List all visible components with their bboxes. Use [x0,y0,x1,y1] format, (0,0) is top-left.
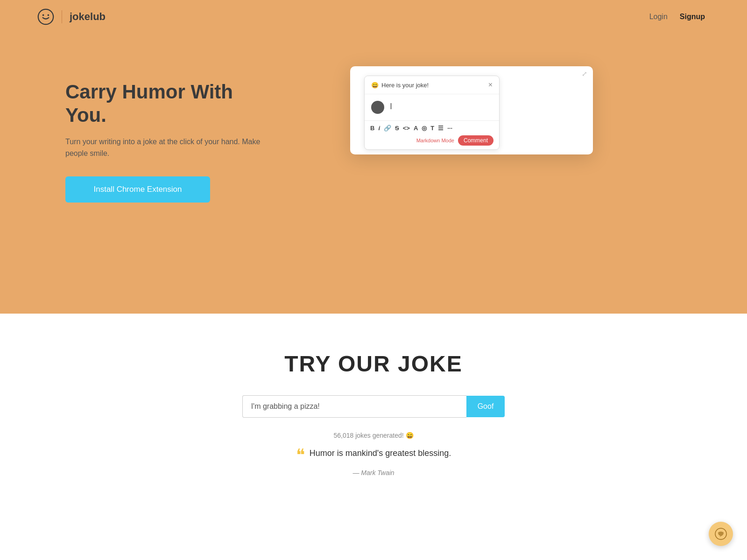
quote-text: Humor is mankind's greatest blessing. [310,448,451,458]
comment-button[interactable]: Comment [458,135,493,146]
popup-close-icon[interactable]: × [488,81,493,89]
login-link[interactable]: Login [645,10,672,24]
mockup-inner: 😄 Here is your joke! × I B i 🔗 S [350,66,593,154]
svg-point-0 [38,9,53,24]
toolbar-font[interactable]: A [414,125,418,132]
chat-icon [715,528,727,540]
toolbar-bold[interactable]: B [370,125,374,132]
popup-header: 😄 Here is your joke! × [365,76,499,94]
logo-divider [62,10,62,23]
hero-subtitle: Turn your writing into a joke at the cli… [65,136,261,160]
popup-title: Here is your joke! [381,82,429,89]
signup-link[interactable]: Signup [675,10,710,24]
hero-title: Carry Humor With You. [65,80,261,127]
mockup-container: ⤢ 😄 Here is your joke! × I [350,66,593,154]
expand-icon: ⤢ [582,70,587,77]
toolbar-italic[interactable]: i [378,125,380,132]
toolbar-more[interactable]: ··· [447,125,452,132]
toolbar-heading[interactable]: T [430,125,434,132]
quote-marks: ❝ [296,447,305,463]
header: jokelub Login Signup [0,0,747,34]
nav-links: Login Signup [645,10,710,24]
quote-block: ❝ Humor is mankind's greatest blessing. [0,448,747,463]
try-section: TRY OUR JOKE Goof 56,018 jokes generated… [0,314,747,504]
popup-avatar [371,101,384,114]
hero-left: Carry Humor With You. Turn your writing … [65,62,261,203]
toolbar-circle[interactable]: ◎ [422,125,427,132]
markdown-mode-button[interactable]: Markdown Mode [416,138,454,143]
chat-button[interactable] [709,522,733,546]
toolbar-strikethrough[interactable]: S [395,125,399,132]
hero-right: ⤢ 😄 Here is your joke! × I [261,62,682,154]
popup-toolbar: B i 🔗 S <> A ◎ T ☰ ··· Markdown Mode Com… [365,120,499,149]
install-chrome-extension-button[interactable]: Install Chrome Extension [65,176,210,203]
svg-point-2 [48,14,49,16]
mockup-popup: 😄 Here is your joke! × I B i 🔗 S [364,76,500,150]
hero-section: Carry Humor With You. Turn your writing … [0,34,747,314]
joke-emoji: 😄 [371,82,379,89]
jokes-count: 56,018 jokes generated! 😄 [0,432,747,439]
logo-icon [37,8,54,25]
text-cursor: I [390,102,392,112]
try-title: TRY OUR JOKE [0,351,747,377]
toolbar-link[interactable]: 🔗 [384,125,391,132]
logo-text: jokelub [70,11,106,23]
popup-body: I [365,94,499,120]
svg-point-1 [42,14,44,16]
toolbar-code[interactable]: <> [403,125,410,132]
try-input-row: Goof [0,395,747,418]
goof-button[interactable]: Goof [466,396,505,417]
popup-title-row: 😄 Here is your joke! [371,82,429,89]
joke-input[interactable] [242,395,466,418]
quote-author: — Mark Twain [0,469,747,476]
logo-area: jokelub [37,8,106,25]
toolbar-list[interactable]: ☰ [438,125,444,132]
